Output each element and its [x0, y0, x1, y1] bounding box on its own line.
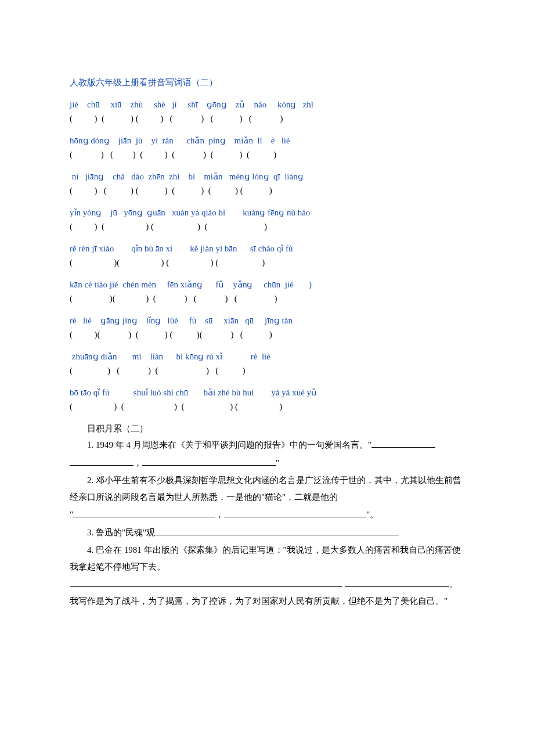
pinyin-row: kān cè tiáo jié chén mèn fēn xiǎnɡ fǔ yǎ… — [70, 278, 464, 291]
q1-text-b: ， — [134, 458, 142, 467]
answer-row[interactable]: ( ) ( ) ( ) ( ) — [70, 219, 464, 233]
answer-row[interactable]: ( )( ) ( ) ( )( ) ( ) — [70, 327, 464, 341]
pinyin-block-4: yǐn yònɡ jū yōnɡ ɡuān xuán yá qiào bì ku… — [70, 206, 464, 233]
pinyin-row: rè liè ɡānɡ jìnɡ lǐnɡ lüè fù sū xiān qū … — [70, 314, 464, 327]
fill-blank[interactable] — [155, 526, 399, 535]
pinyin-block-6: kān cè tiáo jié chén mèn fēn xiǎnɡ fǔ yǎ… — [70, 278, 464, 305]
pinyin-block-1: jié chū xiū zhù shè jì shī ɡōnɡ zǔ náo k… — [70, 98, 464, 125]
fill-blank[interactable] — [224, 508, 366, 517]
question-2-cont: "，"。 — [70, 506, 464, 523]
question-4: 4. 巴金在 1981 年出版的《探索集》的后记里写道："我说过，是大多数人的痛… — [70, 542, 464, 575]
answer-row[interactable]: ( ) ( ) ( ) ( ) — [70, 399, 464, 413]
pinyin-block-9: bō tāo qǐ fú shuǐ luò shí chū bǎi zhé bù… — [70, 386, 464, 413]
fill-blank[interactable] — [73, 508, 215, 517]
fill-blank[interactable] — [142, 456, 276, 466]
accumulate-title: 日积月累（二） — [70, 422, 464, 435]
pinyin-row: yǐn yònɡ jū yōnɡ ɡuān xuán yá qiào bì ku… — [70, 206, 464, 219]
q2-text-d: "。 — [366, 510, 378, 519]
q1-text-a: 1. 1949 年 4 月周恩来在《关于和平谈判问题的报告》中的一句爱国名言。" — [87, 440, 371, 449]
answer-row[interactable]: ( )( ) ( ) ( ) — [70, 255, 464, 269]
fill-blank[interactable] — [70, 578, 342, 587]
pinyin-block-8: zhuānɡ diǎn mí liàn bì kōnɡ rú xǐ rè liè… — [70, 350, 464, 377]
pinyin-block-3: ní jiānɡ chà dào zhēn zhì bì miǎn ménɡ l… — [70, 170, 464, 197]
question-3: 3. 鲁迅的"民魂"观 — [70, 524, 464, 541]
pinyin-row: ní jiānɡ chà dào zhēn zhì bì miǎn ménɡ l… — [70, 170, 464, 183]
question-4-blank: 。我写作是为了战斗，为了揭露，为了控诉，为了对国家对人民有所贡献，但绝不是为了美… — [70, 576, 464, 609]
answer-row[interactable]: ( ) ( ) ( ) ( ) — [70, 363, 464, 377]
pinyin-block-2: hōnɡ dònɡ jiān jù yì rán chǎn pínɡ miǎn … — [70, 134, 464, 161]
worksheet-title: 人教版六年级上册看拼音写词语（二） — [70, 75, 464, 89]
q4-text-a: 4. 巴金在 1981 年出版的《探索集》的后记里写道："我说过，是大多数人的痛… — [70, 545, 461, 571]
pinyin-block-5: rě rén jī xiào qǐn bù ān xí kě jiàn yì b… — [70, 242, 464, 269]
question-1: 1. 1949 年 4 月周恩来在《关于和平谈判问题的报告》中的一句爱国名言。" — [70, 437, 464, 453]
worksheet-page: 人教版六年级上册看拼音写词语（二） jié chū xiū zhù shè jì… — [0, 0, 534, 644]
answer-row[interactable]: ( ) ( ) ( ) ( ) ( ) ( ) — [70, 111, 464, 125]
pinyin-row: bō tāo qǐ fú shuǐ luò shí chū bǎi zhé bù… — [70, 386, 464, 399]
pinyin-row: hōnɡ dònɡ jiān jù yì rán chǎn pínɡ miǎn … — [70, 134, 464, 147]
q3-text-a: 3. 鲁迅的"民魂"观 — [87, 528, 155, 537]
q1-text-c: " — [276, 458, 279, 467]
q2-text-a: 2. 邓小平生前有不少极具深刻哲学思想文化内涵的名言是广泛流传于世的，其中，尤其… — [70, 476, 461, 502]
answer-row[interactable]: ( )( ) ( ) ( ) ( ) — [70, 291, 464, 305]
question-2: 2. 邓小平生前有不少极具深刻哲学思想文化内涵的名言是广泛流传于世的，其中，尤其… — [70, 472, 464, 505]
answer-row[interactable]: ( ) ( ) ( ) ( ) ( ) ( ) — [70, 183, 464, 197]
fill-blank[interactable] — [371, 438, 435, 448]
fill-blank[interactable] — [345, 578, 449, 587]
question-1-cont: ，" — [70, 455, 464, 471]
fill-blank[interactable] — [70, 456, 134, 466]
pinyin-row: rě rén jī xiào qǐn bù ān xí kě jiàn yì b… — [70, 242, 464, 255]
pinyin-row: jié chū xiū zhù shè jì shī ɡōnɡ zǔ náo k… — [70, 98, 464, 111]
pinyin-row: zhuānɡ diǎn mí liàn bì kōnɡ rú xǐ rè liè — [70, 350, 464, 363]
q2-text-c: ， — [215, 510, 224, 519]
pinyin-block-7: rè liè ɡānɡ jìnɡ lǐnɡ lüè fù sū xiān qū … — [70, 314, 464, 341]
answer-row[interactable]: ( ) ( ) ( ) ( ) ( ) ( ) — [70, 147, 464, 161]
